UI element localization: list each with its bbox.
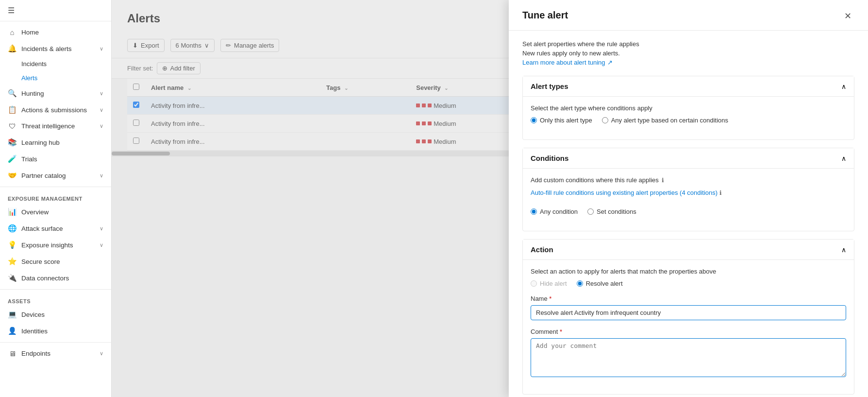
action-section: Action ∧ Select an action to apply for a… xyxy=(522,239,854,395)
sidebar-item-label: Home xyxy=(21,29,39,36)
required-indicator: * xyxy=(549,295,551,302)
name-field-group: Name * xyxy=(531,295,846,320)
sidebar-item-label: Hunting xyxy=(21,90,44,97)
sidebar-item-secure-score[interactable]: ⭐ Secure score xyxy=(0,253,111,270)
chevron-down-icon: ∨ xyxy=(100,90,103,97)
sidebar-item-attack-surface[interactable]: 🌐 Attack surface ∨ xyxy=(0,220,111,237)
comment-field-group: Comment * xyxy=(531,328,846,379)
panel-desc-line2: New rules apply only to new alerts. xyxy=(522,50,854,57)
sidebar-item-label: Overview xyxy=(21,208,49,216)
divider xyxy=(0,289,111,290)
sidebar-item-label: Alerts xyxy=(21,74,37,82)
alert-types-section: Alert types ∧ Select the alert type wher… xyxy=(522,76,854,140)
autofill-link[interactable]: Auto-fill rule conditions using existing… xyxy=(531,189,722,196)
learn-link-text: Learn more about alert tuning xyxy=(522,59,605,66)
radio-label: Any condition xyxy=(540,208,578,215)
sidebar-item-incidents[interactable]: Incidents xyxy=(0,57,111,71)
sidebar-item-label: Attack surface xyxy=(21,225,63,232)
sidebar-item-actions-submissions[interactable]: 📋 Actions & submissions ∨ xyxy=(0,102,111,118)
radio-any-condition-input[interactable] xyxy=(531,208,537,215)
alert-types-body: Select the alert type where conditions a… xyxy=(523,96,854,139)
sidebar: ☰ ⌂ Home 🔔 Incidents & alerts ∨ Incident… xyxy=(0,0,112,397)
radio-only-this-alert-type[interactable]: Only this alert type xyxy=(531,117,592,124)
alert-types-title: Alert types xyxy=(531,82,568,90)
panel-title: Tune alert xyxy=(522,10,568,21)
endpoints-icon: 🖥 xyxy=(8,349,17,358)
chevron-up-icon: ∧ xyxy=(841,155,846,162)
chevron-down-icon: ∨ xyxy=(100,46,103,52)
radio-label: Hide alert xyxy=(540,280,567,287)
sidebar-item-label: Threat intelligence xyxy=(21,122,75,130)
radio-set-conditions[interactable]: Set conditions xyxy=(587,208,636,215)
sidebar-item-identities[interactable]: 👤 Identities xyxy=(0,323,111,339)
chevron-down-icon: ∨ xyxy=(100,107,103,113)
sidebar-item-label: Incidents & alerts xyxy=(21,45,72,52)
conditions-desc: Add custom conditions where this rule ap… xyxy=(531,176,659,184)
hunting-icon: 🔍 xyxy=(8,89,17,98)
close-button[interactable]: ✕ xyxy=(841,10,854,22)
chevron-down-icon: ∨ xyxy=(100,225,103,232)
sidebar-item-overview[interactable]: 📊 Overview xyxy=(0,204,111,220)
conditions-radio-group: Any condition Set conditions xyxy=(531,208,846,215)
sidebar-item-label: Exposure insights xyxy=(21,242,73,249)
radio-only-this-input[interactable] xyxy=(531,117,537,123)
identities-icon: 👤 xyxy=(8,327,17,335)
radio-resolve-input[interactable] xyxy=(577,280,583,287)
info-icon: ℹ xyxy=(662,177,664,184)
chevron-down-icon: ∨ xyxy=(100,123,103,129)
learning-icon: 📚 xyxy=(8,138,17,147)
radio-label: Only this alert type xyxy=(540,117,592,124)
conditions-body: Add custom conditions where this rule ap… xyxy=(523,168,854,231)
overview-icon: 📊 xyxy=(8,207,17,216)
alert-type-radio-group: Only this alert type Any alert type base… xyxy=(531,117,846,124)
info-icon: ℹ xyxy=(719,190,722,196)
conditions-header[interactable]: Conditions ∧ xyxy=(523,148,854,168)
hamburger-icon[interactable]: ☰ xyxy=(8,6,15,15)
sidebar-item-label: Identities xyxy=(21,328,48,335)
name-label-text: Name xyxy=(531,295,548,302)
trials-icon: 🧪 xyxy=(8,155,17,163)
sidebar-item-incidents-alerts[interactable]: 🔔 Incidents & alerts ∨ xyxy=(0,40,111,57)
radio-any-alert-type[interactable]: Any alert type based on certain conditio… xyxy=(602,117,728,124)
sidebar-item-home[interactable]: ⌂ Home xyxy=(0,24,111,40)
sidebar-item-data-connectors[interactable]: 🔌 Data connectors xyxy=(0,270,111,286)
radio-label: Set conditions xyxy=(597,208,636,215)
sidebar-item-label: Incidents xyxy=(21,60,47,68)
sidebar-item-endpoints[interactable]: 🖥 Endpoints ∨ xyxy=(0,345,111,362)
radio-set-conditions-input[interactable] xyxy=(587,208,594,215)
shield-icon: 🛡 xyxy=(8,122,17,130)
sidebar-item-partner-catalog[interactable]: 🤝 Partner catalog ∨ xyxy=(0,167,111,184)
sidebar-item-learning-hub[interactable]: 📚 Learning hub xyxy=(0,134,111,151)
assets-section-label: Assets xyxy=(0,293,111,306)
action-desc: Select an action to apply for alerts tha… xyxy=(531,268,846,275)
devices-icon: 💻 xyxy=(8,310,17,319)
radio-any-condition[interactable]: Any condition xyxy=(531,208,578,215)
panel-header: Tune alert ✕ xyxy=(509,0,868,31)
sidebar-header: ☰ xyxy=(0,0,111,21)
sidebar-item-exposure-insights[interactable]: 💡 Exposure insights ∨ xyxy=(0,237,111,253)
comment-textarea[interactable] xyxy=(531,338,846,377)
alert-types-header[interactable]: Alert types ∧ xyxy=(523,76,854,96)
radio-any-type-input[interactable] xyxy=(602,117,608,123)
action-radio-group: Hide alert Resolve alert xyxy=(531,280,846,287)
sidebar-nav: ⌂ Home 🔔 Incidents & alerts ∨ Incidents … xyxy=(0,21,111,364)
conditions-title: Conditions xyxy=(531,154,568,162)
sidebar-item-devices[interactable]: 💻 Devices xyxy=(0,306,111,323)
learn-more-link[interactable]: Learn more about alert tuning ↗ xyxy=(522,59,854,66)
attack-surface-icon: 🌐 xyxy=(8,224,17,233)
sidebar-item-trials[interactable]: 🧪 Trials xyxy=(0,151,111,167)
sidebar-item-hunting[interactable]: 🔍 Hunting ∨ xyxy=(0,85,111,102)
required-indicator: * xyxy=(560,328,562,335)
action-body: Select an action to apply for alerts tha… xyxy=(523,259,854,394)
action-header[interactable]: Action ∧ xyxy=(523,240,854,259)
name-input[interactable] xyxy=(531,305,846,320)
comment-label-text: Comment xyxy=(531,328,558,335)
chevron-down-icon: ∨ xyxy=(100,242,103,248)
sidebar-item-alerts[interactable]: Alerts xyxy=(0,71,111,85)
actions-icon: 📋 xyxy=(8,105,17,114)
radio-hide-input[interactable] xyxy=(531,280,537,287)
sidebar-item-label: Secure score xyxy=(21,258,60,265)
sidebar-item-threat-intelligence[interactable]: 🛡 Threat intelligence ∨ xyxy=(0,118,111,134)
radio-resolve-alert[interactable]: Resolve alert xyxy=(577,280,623,287)
radio-hide-alert[interactable]: Hide alert xyxy=(531,280,567,287)
